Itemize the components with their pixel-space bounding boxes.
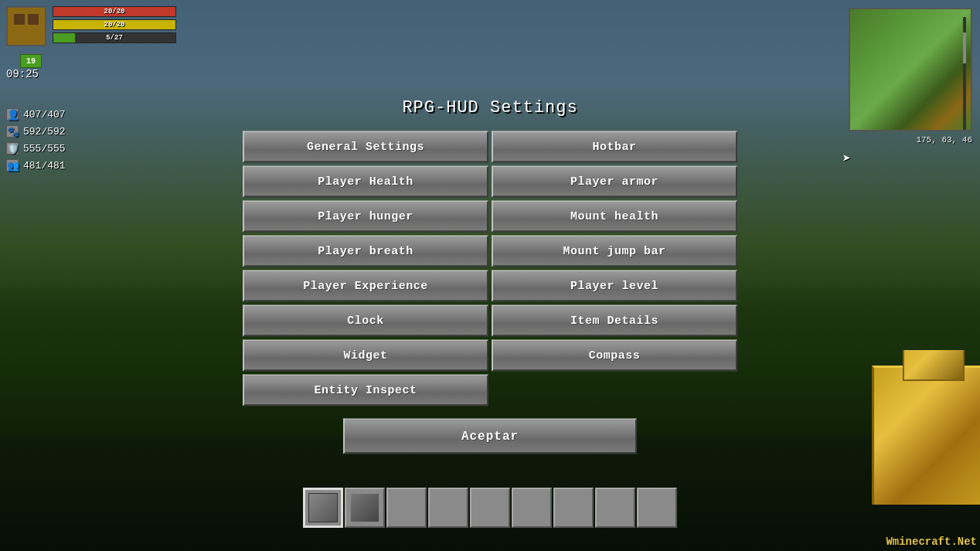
shield-icon: 🛡️ [6, 142, 19, 155]
stat-row-3: 👥 481/481 [6, 159, 66, 172]
hud-bars: 20/20 20/20 5/27 [53, 6, 176, 43]
xp-bar-text: 5/27 [53, 33, 175, 43]
xp-bar: 5/27 [53, 32, 176, 43]
settings-grid: General Settings Player Health Player hu… [243, 131, 737, 406]
mount-jump-bar-button[interactable]: Mount jump bar [492, 235, 737, 267]
stat-value-1: 592/592 [23, 126, 66, 138]
stat-row-1: 🐾 592/592 [6, 125, 66, 138]
hud-stats: 👤 407/407 🐾 592/592 🛡️ 555/555 👥 481/481 [6, 108, 66, 172]
player-face [6, 6, 46, 46]
hotbar-slot-5[interactable] [470, 488, 510, 528]
left-column: General Settings Player Health Player hu… [243, 131, 488, 406]
entity-inspect-button[interactable]: Entity Inspect [243, 374, 488, 406]
health-bar: 20/20 [53, 6, 176, 17]
hotbar-slot-9[interactable] [637, 488, 677, 528]
player-breath-button[interactable]: Player breath [243, 235, 488, 267]
widget-button[interactable]: Widget [243, 339, 488, 371]
hotbar-slot-7[interactable] [553, 488, 594, 528]
hud-time: 09:25 [6, 68, 39, 80]
settings-title: RPG-HUD Settings [402, 97, 577, 117]
stat-row-2: 🛡️ 555/555 [6, 142, 66, 155]
minimap [849, 8, 972, 131]
health-bar-text: 20/20 [53, 7, 175, 16]
general-settings-button[interactable]: General Settings [243, 131, 488, 162]
hotbar-slot-2[interactable] [345, 488, 385, 528]
stat-value-3: 481/481 [23, 160, 66, 172]
hunger-bar: 20/20 [53, 19, 176, 30]
stat-value-0: 407/407 [23, 109, 66, 121]
hotbar-button[interactable]: Hotbar [492, 131, 737, 162]
accept-button[interactable]: Aceptar [343, 418, 637, 454]
player-experience-button[interactable]: Player Experience [243, 270, 488, 301]
entity-body [872, 366, 980, 505]
player-level-button[interactable]: Player level [492, 270, 737, 301]
item-details-button[interactable]: Item Details [492, 304, 737, 336]
player-armor-button[interactable]: Player armor [492, 165, 737, 197]
person2-icon: 👥 [6, 159, 19, 172]
stat-value-2: 555/555 [23, 143, 66, 155]
hunger-bar-text: 20/20 [53, 20, 175, 29]
player-hunger-button[interactable]: Player hunger [243, 200, 488, 232]
watermark: Wminecraft.Net [886, 536, 977, 548]
hotbar-slot-3[interactable] [386, 488, 427, 528]
hotbar-slot-4[interactable] [428, 488, 468, 528]
minimap-scrollbar [963, 17, 966, 131]
compass-button[interactable]: Compass [492, 339, 737, 371]
hotbar [303, 488, 677, 528]
right-column: Hotbar Player armor Mount health Mount j… [492, 131, 737, 406]
heart-icon: 🐾 [6, 125, 19, 138]
settings-panel: RPG-HUD Settings General Settings Player… [243, 97, 737, 454]
hotbar-slot-6[interactable] [512, 488, 552, 528]
entity-head [903, 350, 965, 381]
player-health-button[interactable]: Player Health [243, 165, 488, 197]
hud-topleft: 19 [6, 6, 46, 46]
person-icon: 👤 [6, 108, 19, 121]
entity-figure [825, 350, 980, 505]
minimap-scrollbar-thumb [963, 32, 966, 63]
hotbar-slot-8[interactable] [595, 488, 635, 528]
stat-row-0: 👤 407/407 [6, 108, 66, 121]
mount-health-button[interactable]: Mount health [492, 200, 737, 232]
hotbar-slot-1[interactable] [303, 488, 343, 528]
minimap-coords: 175, 63, 46 [916, 135, 972, 145]
clock-button[interactable]: Clock [243, 304, 488, 336]
player-level-badge: 19 [20, 54, 42, 68]
